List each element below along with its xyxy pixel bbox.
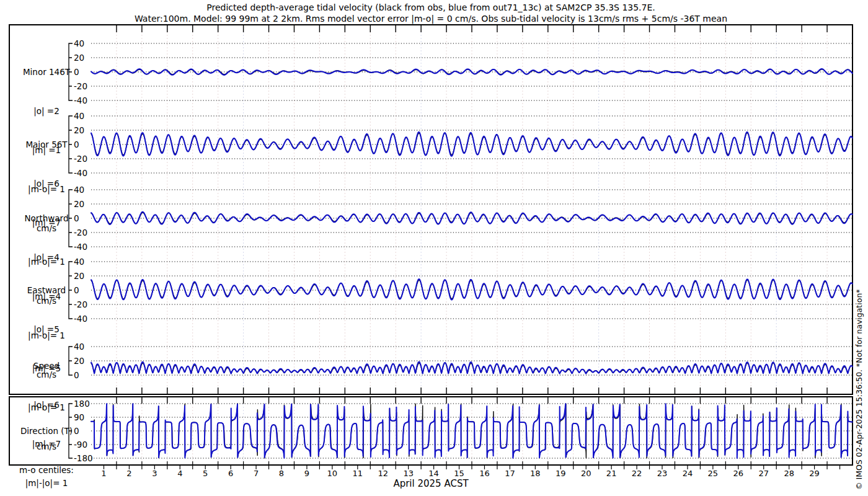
x-tick-label: 16 bbox=[479, 469, 490, 478]
x-axis-label: April 2025 ACST bbox=[0, 478, 862, 489]
x-tick-label: 20 bbox=[581, 469, 591, 478]
velocity-panels-frame bbox=[9, 25, 852, 394]
x-tick-label: 25 bbox=[708, 469, 719, 478]
plot-canvas: 40200-20-4040200-20-4040200-20-4040200-2… bbox=[0, 0, 868, 496]
x-tick-label: 24 bbox=[683, 469, 693, 478]
x-tick-label: 18 bbox=[530, 469, 541, 478]
panel-title: Eastward bbox=[7, 284, 86, 297]
x-tick-label: 26 bbox=[733, 469, 744, 478]
speed-model-line bbox=[91, 362, 852, 374]
x-tick-label: 15 bbox=[454, 469, 464, 478]
x-tick-label: 1 bbox=[101, 469, 106, 478]
panel-title: Direction (T) bbox=[7, 425, 86, 438]
panel-title: Speed bbox=[7, 360, 86, 373]
x-tick-label: 23 bbox=[657, 469, 668, 478]
x-tick-label: 5 bbox=[203, 469, 208, 478]
x-tick-label: 27 bbox=[758, 469, 769, 478]
x-tick-label: 17 bbox=[505, 469, 515, 478]
x-tick-label: 12 bbox=[378, 469, 388, 478]
x-tick-label: 10 bbox=[327, 469, 338, 478]
panel-title: Major 56T bbox=[7, 138, 86, 151]
x-tick-label: 19 bbox=[556, 469, 566, 478]
x-tick-label: 13 bbox=[403, 469, 414, 478]
x-tick-label: 21 bbox=[606, 469, 617, 478]
tidal-velocity-figure: Predicted depth-average tidal velocity (… bbox=[0, 0, 868, 496]
x-tick-label: 22 bbox=[632, 469, 642, 478]
x-tick-label: 7 bbox=[254, 469, 259, 478]
x-tick-label: 28 bbox=[784, 469, 794, 478]
x-tick-label: 3 bbox=[152, 469, 157, 478]
panel-title: Minor 146T bbox=[7, 66, 86, 79]
panel-title: Northward bbox=[7, 212, 86, 225]
x-tick-label: 2 bbox=[126, 469, 131, 478]
x-tick-label: 6 bbox=[228, 469, 233, 478]
credit-text: © IMOS 02-Apr-2025 15:36:50. *Not for na… bbox=[854, 248, 864, 490]
x-tick-label: 29 bbox=[809, 469, 820, 478]
x-tick-label: 11 bbox=[353, 469, 363, 478]
x-tick-label: 14 bbox=[428, 469, 439, 478]
centiles-caption: m-o centiles: bbox=[7, 464, 86, 477]
x-tick-label: 4 bbox=[177, 469, 182, 478]
x-tick-label: 8 bbox=[279, 469, 284, 478]
x-tick-label: 9 bbox=[304, 469, 309, 478]
